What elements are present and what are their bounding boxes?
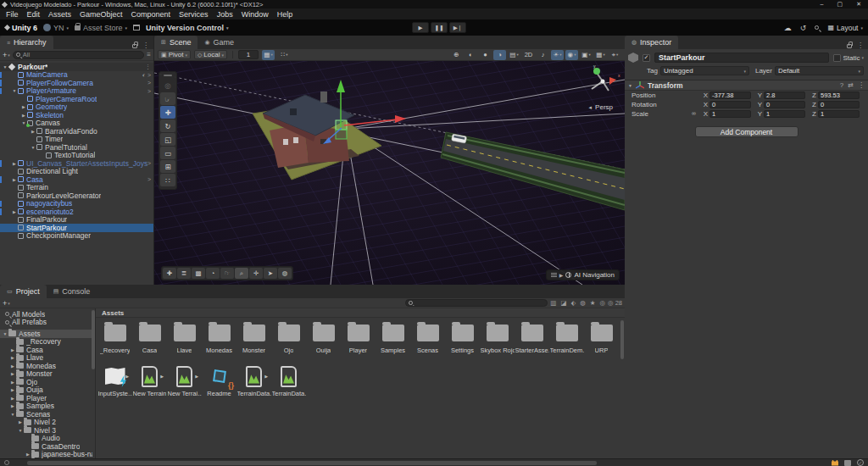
folder-ouija[interactable]: ▶Ouija: [0, 386, 95, 395]
shaded-mode-toggle[interactable]: ⊕: [450, 50, 463, 60]
hierarchy-item-casa[interactable]: ▶Casa>: [0, 175, 153, 184]
lock-icon[interactable]: [132, 44, 137, 48]
presets-icon[interactable]: ⇄: [848, 81, 854, 89]
asset-monedas[interactable]: Monedas: [202, 319, 236, 360]
folder-scenas[interactable]: ▼Scenas: [0, 410, 95, 419]
tag-dropdown[interactable]: Untagged▾: [660, 66, 749, 75]
grid-dropdown[interactable]: ▦▾: [594, 50, 607, 60]
static-checkbox[interactable]: ✓: [833, 54, 841, 62]
hierarchy-item-playerarmature[interactable]: ▼PlayerArmature>: [0, 87, 153, 96]
favorite-all-models[interactable]: All Models: [0, 310, 95, 319]
cloud-icon[interactable]: ☁: [784, 24, 792, 32]
transform-tool[interactable]: ⊞: [160, 160, 175, 173]
asset-casa[interactable]: Casa: [132, 319, 167, 360]
foldout-arrow-icon[interactable]: ▶: [9, 380, 16, 385]
info-icon[interactable]: ◍: [580, 299, 586, 307]
layout-dropdown[interactable]: ▦Layout▾: [827, 24, 863, 32]
project-add-button[interactable]: +▾: [3, 299, 10, 308]
hierarchy-item-paneltutorial[interactable]: ▼PanelTutorial: [0, 143, 153, 152]
rotate-tool[interactable]: ↻: [160, 119, 175, 132]
light-settings-tool[interactable]: ◔: [206, 268, 220, 279]
prefab-open-arrow-icon[interactable]: >: [147, 160, 151, 166]
grid-axis-tool[interactable]: ✛: [249, 268, 263, 279]
foldout-arrow-icon[interactable]: ▶: [9, 396, 16, 401]
hierarchy-item-timer[interactable]: Timer: [0, 136, 153, 144]
expand-arrow-icon[interactable]: ▶: [125, 374, 129, 379]
foldout-arrow-icon[interactable]: ▶: [9, 387, 16, 392]
foldout-arrow-icon[interactable]: ▶: [9, 403, 16, 408]
help-icon[interactable]: ?: [840, 81, 843, 89]
foldout-arrow-icon[interactable]: ▼: [2, 331, 8, 336]
asset-llave[interactable]: Llave: [167, 319, 202, 360]
fx-dropdown[interactable]: ▤▾: [508, 50, 520, 60]
asset-monster[interactable]: Monster: [236, 319, 271, 360]
step-button[interactable]: ▶❘: [449, 22, 466, 33]
asset-inputsyste[interactable]: ▶InputSyste...: [97, 363, 132, 403]
expand-arrow-icon[interactable]: ▶: [160, 374, 164, 379]
scene-viewport[interactable]: y x ◎☞✚↻◱▭⊞∷ ✚≣▩◔☞⌕✛➤◍ ◄Persp ▶ AI Navig…: [154, 61, 625, 285]
lock-icon[interactable]: [847, 44, 852, 48]
wireframe-toggle[interactable]: ◐: [465, 50, 477, 60]
audio-toggle[interactable]: ♪: [537, 50, 549, 60]
menu-assets[interactable]: Assets: [44, 10, 75, 19]
expand-arrow-icon[interactable]: ▶: [195, 374, 198, 379]
foldout-arrow-icon[interactable]: ▶: [9, 371, 16, 376]
background-tasks-icon[interactable]: ✓: [857, 459, 864, 466]
menu-gameobject[interactable]: GameObject: [75, 10, 127, 19]
folder-casa[interactable]: ▶Casa: [0, 346, 95, 354]
cursor-tool[interactable]: ➤: [264, 268, 277, 279]
foldout-arrow-icon[interactable]: ▶: [30, 129, 36, 134]
hierarchy-add-button[interactable]: +▾: [3, 51, 10, 59]
hidden-count[interactable]: ◎28: [608, 299, 622, 307]
menu-window[interactable]: Window: [237, 10, 273, 19]
rotation-z-field[interactable]: 0: [818, 101, 860, 108]
snap-increment-tool[interactable]: ∷: [160, 174, 175, 186]
archive-icon[interactable]: [133, 25, 140, 31]
pivot-dropdown[interactable]: ▣Pivot▾: [158, 50, 191, 59]
maximize-button[interactable]: ▢: [837, 1, 843, 8]
foldout-arrow-icon[interactable]: ▶: [20, 113, 27, 118]
asset-samples[interactable]: Samples: [376, 319, 410, 360]
scene-menu-icon[interactable]: ⋮: [145, 64, 151, 70]
scale-y-field[interactable]: 1: [764, 110, 805, 118]
horizontal-scrollbar[interactable]: [27, 461, 597, 465]
grid-scrollbar[interactable]: [620, 320, 624, 359]
asset-ojo[interactable]: Ojo: [271, 319, 306, 360]
hierarchy-item-textotutorial[interactable]: TextoTutorial: [0, 152, 153, 160]
tab-scene[interactable]: ⊞Scene: [154, 36, 198, 49]
menu-jobs[interactable]: Jobs: [213, 10, 237, 19]
hierarchy-item-canvas[interactable]: ▼Canvas: [0, 119, 153, 128]
orientation-tool[interactable]: ✚: [163, 268, 176, 279]
scale-x-field[interactable]: 1: [709, 110, 751, 118]
hierarchy-item-geometry[interactable]: ▶Geometry: [0, 103, 153, 112]
foldout-arrow-icon[interactable]: ▶: [11, 177, 18, 182]
tab-console[interactable]: ▤Console: [47, 285, 97, 298]
pause-button[interactable]: ❚❚: [431, 22, 448, 33]
prefab-open-arrow-icon[interactable]: >: [147, 176, 151, 182]
foldout-arrow-icon[interactable]: ▼: [11, 88, 18, 93]
hierarchy-item-checkpointmanager[interactable]: CheckpointManager: [0, 232, 153, 241]
hierarchy-item-maincamera[interactable]: MainCamera◐>: [0, 71, 153, 80]
asset-player[interactable]: Player: [341, 319, 376, 360]
prefab-open-arrow-icon[interactable]: >: [147, 80, 151, 86]
hierarchy-item-nagoyacitybus[interactable]: nagoyacitybus: [0, 200, 153, 208]
favorites-star-icon[interactable]: ★: [590, 299, 596, 307]
active-checkbox[interactable]: ✓: [643, 54, 650, 62]
tree-scrollbar[interactable]: [92, 310, 95, 369]
asset-terraindata[interactable]: TerrainData...: [271, 363, 306, 403]
cache-server-icon[interactable]: [844, 460, 851, 466]
folder-samples[interactable]: ▶Samples: [0, 402, 95, 411]
project-search-input[interactable]: [405, 299, 548, 307]
asset-terraindata[interactable]: ▶TerrainData...: [236, 363, 271, 403]
close-button[interactable]: ✕: [856, 1, 861, 8]
effects-dropdown[interactable]: ☀▾: [551, 50, 564, 60]
folder-casadentro[interactable]: CasaDentro: [0, 442, 95, 451]
asset-terraindem[interactable]: TerrainDem...: [549, 319, 584, 360]
position-z-field[interactable]: 593.53: [818, 92, 860, 99]
globe-tool[interactable]: ◍: [278, 268, 292, 279]
hierarchy-item-barravidafondo[interactable]: ▶BarraVidaFondo: [0, 127, 153, 136]
tab-hierarchy[interactable]: ≡Hierarchy: [0, 36, 53, 49]
expand-arrow-icon[interactable]: ▶: [264, 374, 268, 379]
local-dropdown[interactable]: ◇Local▾: [194, 50, 227, 59]
component-menu-icon[interactable]: ⋮: [858, 81, 865, 89]
